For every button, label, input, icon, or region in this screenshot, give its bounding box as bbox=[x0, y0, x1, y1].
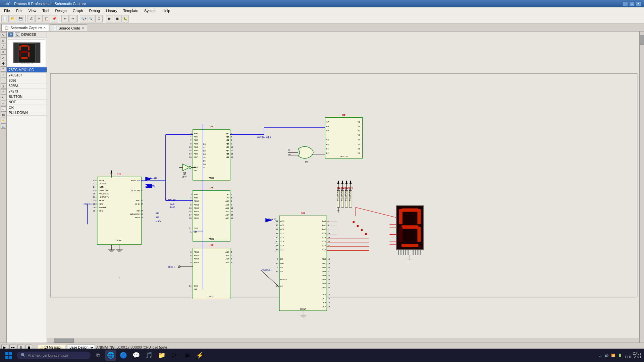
task-view-btn[interactable]: ⧉ bbox=[93, 350, 103, 361]
svg-text:A12: A12 bbox=[225, 207, 229, 209]
whatsapp-icon[interactable]: 💬 bbox=[131, 350, 142, 361]
close-button[interactable]: ✕ bbox=[636, 1, 641, 6]
v-scrollbar[interactable] bbox=[639, 32, 644, 343]
u7-component[interactable]: A0 M/IO U7 OR bbox=[288, 146, 316, 163]
menu-library[interactable]: Library bbox=[103, 8, 120, 13]
maximize-button[interactable]: □ bbox=[629, 1, 635, 6]
terminal-tool[interactable]: T bbox=[1, 66, 6, 72]
system-clock[interactable]: 20:59 17.01.2021 bbox=[625, 352, 641, 359]
component-tool[interactable]: ⊞ bbox=[1, 38, 6, 43]
text-tool[interactable]: T bbox=[1, 78, 6, 83]
svg-text:ADR[0..19] ►: ADR[0..19] ► bbox=[257, 136, 272, 138]
svg-text:E1: E1 bbox=[326, 148, 329, 150]
zoom-in-btn[interactable]: 🔍+ bbox=[80, 15, 87, 22]
device-pulldown[interactable]: PULLDOWN bbox=[7, 110, 47, 116]
menu-template[interactable]: Template bbox=[120, 8, 141, 13]
graph-tool[interactable]: 📈 bbox=[1, 106, 6, 112]
zoom-fit-btn[interactable]: ⊡ bbox=[95, 15, 103, 22]
debug-btn[interactable]: 🐛 bbox=[121, 15, 129, 22]
device-7seg[interactable]: 7SEG-MPX1-CC bbox=[7, 67, 47, 73]
menu-debug[interactable]: Debug bbox=[86, 8, 102, 13]
spotify-icon[interactable]: 🎵 bbox=[144, 350, 154, 361]
cut-btn[interactable]: ✂ bbox=[35, 15, 43, 22]
u3-component[interactable]: U3 AD83 AD94 AD107 AD118 AD1213 AD1314 A… bbox=[189, 186, 233, 241]
menu-tool[interactable]: Tool bbox=[40, 8, 52, 13]
new-btn[interactable]: 📄 bbox=[1, 15, 9, 22]
device-or[interactable]: OR bbox=[7, 105, 47, 110]
generator-tool[interactable]: ⚡ bbox=[1, 118, 6, 123]
v-scrollbar-thumb[interactable] bbox=[640, 35, 644, 45]
u1-component[interactable]: U1 21+ RESET 22+ READY 24+ INTR 25+ INTA… bbox=[84, 173, 143, 279]
start-button[interactable] bbox=[3, 349, 15, 361]
menu-view[interactable]: View bbox=[26, 8, 39, 13]
taskbar-search[interactable]: 🔍 Aramak için buraya yazın bbox=[17, 352, 91, 359]
zoom-out-btn[interactable]: 🔍- bbox=[88, 15, 95, 22]
device-not[interactable]: NOT bbox=[7, 100, 47, 105]
label-tool[interactable]: A bbox=[1, 55, 6, 60]
schematic-area[interactable]: U1 21+ RESET 22+ READY 24+ INTR 25+ INTA… bbox=[47, 32, 644, 343]
mirror-tool[interactable]: ↔ bbox=[1, 101, 6, 106]
run-btn[interactable]: ▶ bbox=[106, 15, 113, 22]
paste-btn[interactable]: 📌 bbox=[51, 15, 58, 22]
menu-help[interactable]: Help bbox=[160, 8, 173, 13]
ie-icon[interactable]: 🔵 bbox=[118, 350, 129, 361]
open-btn[interactable]: 📂 bbox=[9, 15, 16, 22]
seven-segment-display[interactable] bbox=[396, 206, 424, 255]
device-74ls137[interactable]: 74LS137 bbox=[7, 73, 47, 78]
svg-text:INTR: INTR bbox=[99, 186, 104, 188]
svg-marker-334 bbox=[110, 170, 112, 173]
mail-icon[interactable]: ✉ bbox=[182, 350, 193, 361]
u5-component[interactable]: U5 A7 A8 A9 A3 A4 E1 E2 Y0 Y1 Y2 Y3 Y4 Y… bbox=[325, 113, 644, 193]
svg-text:AD2: AD2 bbox=[280, 228, 284, 230]
svg-text:PA3: PA3 bbox=[322, 233, 326, 235]
undo-btn[interactable]: ↩ bbox=[61, 15, 69, 22]
chrome-icon[interactable]: 🌐 bbox=[105, 350, 116, 361]
tab-sourcecode[interactable]: 📄 Source Code ✕ bbox=[50, 24, 87, 31]
menu-design[interactable]: Design bbox=[53, 8, 69, 13]
svg-text:5: 5 bbox=[231, 197, 232, 199]
svg-text:CS: CS bbox=[280, 285, 283, 287]
u2-component[interactable]: U2 AD03 AD14 AD27 AD38 AD413 AD514 AD617… bbox=[189, 125, 233, 180]
system-tray: △ 🔊 📶 🔋 20:59 17.01.2021 bbox=[599, 352, 641, 359]
menu-edit[interactable]: Edit bbox=[13, 8, 25, 13]
print-btn[interactable]: 🖨 bbox=[28, 15, 35, 22]
stop-btn[interactable]: ⏹ bbox=[114, 15, 121, 22]
tab-schematic-close[interactable]: ✕ bbox=[43, 26, 46, 29]
store-icon[interactable]: 🛍 bbox=[169, 350, 180, 361]
copy-btn[interactable]: 📋 bbox=[43, 15, 50, 22]
select-tool[interactable]: ↖ bbox=[1, 32, 6, 38]
device-button[interactable]: BUTTON bbox=[7, 94, 47, 100]
u4-component[interactable]: U4 AD163 AD174 AD187 AD198 CLK11 MR1 A16… bbox=[179, 244, 232, 343]
redo-btn[interactable]: ↪ bbox=[69, 15, 76, 22]
menu-system[interactable]: System bbox=[142, 8, 159, 13]
save-btn[interactable]: 💾 bbox=[17, 15, 24, 22]
tab-sourcecode-close[interactable]: ✕ bbox=[82, 26, 84, 30]
h-scrollbar[interactable] bbox=[47, 338, 639, 343]
marker-tool[interactable]: ✦ bbox=[1, 89, 6, 95]
mode-p-btn[interactable]: P bbox=[8, 32, 13, 37]
device-74273[interactable]: 74273 bbox=[7, 89, 47, 94]
device-8086[interactable]: 8086 bbox=[7, 78, 47, 83]
tape-tool[interactable]: 📼 bbox=[1, 112, 6, 117]
h-scrollbar-thumb[interactable] bbox=[54, 339, 74, 343]
svg-text:AD0: AD0 bbox=[194, 132, 198, 134]
bus-tool[interactable]: ≡ bbox=[1, 49, 6, 55]
menu-file[interactable]: File bbox=[1, 8, 13, 13]
folder-icon[interactable]: 📁 bbox=[156, 350, 167, 361]
svg-text:6: 6 bbox=[231, 139, 232, 141]
wire-tool[interactable]: ╱ bbox=[1, 44, 6, 49]
pin-tool[interactable]: ⊸ bbox=[1, 72, 6, 77]
menu-graph[interactable]: Graph bbox=[70, 8, 86, 13]
probe-tool[interactable]: ◎ bbox=[1, 83, 6, 89]
toolbar: 📄 📂 💾 🖨 ✂ 📋 📌 ↩ ↪ 🔍+ 🔍- ⊡ ▶ ⏹ 🐛 bbox=[0, 14, 644, 23]
mode-l-btn[interactable]: L bbox=[15, 32, 20, 37]
device-8255a[interactable]: 8255A bbox=[7, 83, 47, 89]
minimize-button[interactable]: ─ bbox=[623, 1, 628, 6]
instrument-tool[interactable]: 🔬 bbox=[1, 123, 6, 129]
svg-text:WR: WR bbox=[156, 216, 160, 219]
u6-component[interactable]: U6 AD034 AD133 AD232 AD331 AD430 AD529 A… bbox=[259, 212, 330, 343]
power-tool[interactable]: ⏻ bbox=[1, 61, 6, 66]
proteus-taskbar-icon[interactable]: ⚡ bbox=[195, 350, 205, 361]
rotate-tool[interactable]: ↻ bbox=[1, 95, 6, 100]
tab-schematic[interactable]: 📋 Schematic Capture ✕ bbox=[1, 24, 49, 31]
